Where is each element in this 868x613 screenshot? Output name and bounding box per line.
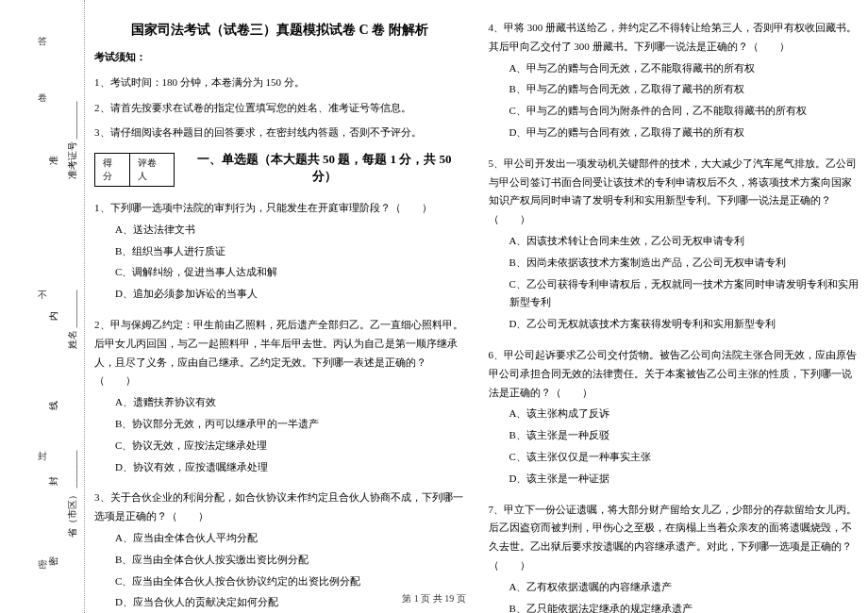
- question-option: D、乙公司无权就该技术方案获得发明专利和实用新型专利: [489, 315, 860, 334]
- binding-labels: 准考证号 ________ 姓名 ________ 省（市区） ________…: [28, 0, 80, 613]
- question-option: B、因尚未依据该技术方案制造出产品，乙公司无权申请专利: [489, 254, 860, 273]
- notice-item: 2、请首先按要求在试卷的指定位置填写您的姓名、准考证号等信息。: [94, 99, 465, 117]
- notice-heading: 考试须知：: [94, 50, 465, 64]
- question-option: C、协议无效，应按法定继承处理: [94, 437, 465, 456]
- question-option: A、送达法律文书: [94, 221, 465, 240]
- question: 4、甲将 300 册藏书送给乙，并约定乙不得转让给第三人，否则甲有权收回藏书。其…: [489, 19, 860, 145]
- question-stem: 4、甲将 300 册藏书送给乙，并约定乙不得转让给第三人，否则甲有权收回藏书。其…: [489, 19, 860, 57]
- section-header-row: 得分 评卷人 一、单选题（本大题共 50 题，每题 1 分，共 50 分）: [94, 145, 465, 194]
- question-option: C、乙公司获得专利申请权后，无权就同一技术方案同时申请发明专利和实用新型专利: [489, 275, 860, 313]
- side-word: 密: [47, 556, 60, 566]
- question: 6、甲公司起诉要求乙公司交付货物。被告乙公司向法院主张合同无效，应由原告甲公司承…: [489, 346, 860, 491]
- reviewer-label: 评卷人: [130, 154, 174, 186]
- side-word: 封: [47, 476, 60, 486]
- question-stem: 2、甲与保姆乙约定：甲生前由乙照料，死后遗产全部归乙。乙一直细心照料甲。后甲女儿…: [94, 316, 465, 390]
- question-option: B、组织当事人进行质证: [94, 242, 465, 261]
- side-word: 准: [47, 156, 60, 165]
- left-column: 国家司法考试（试卷三）真题模拟试卷 C 卷 附解析 考试须知： 1、考试时间：1…: [94, 14, 465, 585]
- question-stem: 3、关于合伙企业的利润分配，如合伙协议未作约定且合伙人协商不成，下列哪一选项是正…: [94, 489, 465, 526]
- question-stem: 6、甲公司起诉要求乙公司交付货物。被告乙公司向法院主张合同无效，应由原告甲公司承…: [489, 346, 860, 402]
- question-option: A、因该技术转让合同未生效，乙公司无权申请专利: [489, 232, 860, 251]
- question-option: B、协议部分无效，丙可以继承甲的一半遗产: [94, 415, 465, 434]
- field-exam-id: 准考证号 ________: [66, 102, 79, 180]
- question: 2、甲与保姆乙约定：甲生前由乙照料，死后遗产全部归乙。乙一直细心照料甲。后甲女儿…: [94, 316, 465, 479]
- notice-item: 3、请仔细阅读各种题目的回答要求，在密封线内答题，否则不予评分。: [94, 124, 465, 141]
- question-option: A、应当由全体合伙人平均分配: [94, 529, 465, 548]
- question-option: A、遗赠扶养协议有效: [94, 393, 465, 412]
- question-stem: 7、甲立下一份公证遗嘱，将大部分财产留给女儿乙，少部分的存款留给女儿丙。后乙因盗…: [489, 501, 860, 575]
- right-column: 4、甲将 300 册藏书送给乙，并约定乙不得转让给第三人，否则甲有权收回藏书。其…: [489, 14, 860, 585]
- side-word: 线: [47, 401, 60, 410]
- score-box: 得分 评卷人: [94, 153, 175, 187]
- question-option: A、甲与乙的赠与合同无效，乙不能取得藏书的所有权: [489, 59, 860, 78]
- question-option: C、调解纠纷，促进当事人达成和解: [94, 263, 465, 282]
- page-footer: 第 1 页 共 19 页: [0, 592, 868, 605]
- question-option: A、该主张构成了反诉: [489, 405, 860, 423]
- question-stem: 5、甲公司开发出一项发动机关键部件的技术，大大减少了汽车尾气排放。乙公司与甲公司…: [489, 155, 860, 229]
- section-title: 一、单选题（本大题共 50 题，每题 1 分，共 50 分）: [184, 151, 465, 185]
- question-option: D、追加必须参加诉讼的当事人: [94, 285, 465, 304]
- question-option: B、甲与乙的赠与合同无效，乙取得了藏书的所有权: [489, 80, 860, 99]
- question-option: C、甲与乙的赠与合同为附条件的合同，乙不能取得藏书的所有权: [489, 102, 860, 121]
- field-name: 姓名 ________: [66, 290, 79, 350]
- question-option: B、应当由全体合伙人按实缴出资比例分配: [94, 551, 465, 570]
- question-stem: 1、下列哪一选项中法院的审判行为，只能发生在开庭审理阶段？（ ）: [94, 199, 465, 218]
- question-option: B、该主张是一种反驳: [489, 426, 860, 445]
- field-province: 省（市区） ________: [66, 451, 79, 538]
- score-label: 得分: [95, 154, 130, 186]
- question-option: C、该主张仅仅是一种事实主张: [489, 448, 860, 467]
- page-content: 国家司法考试（试卷三）真题模拟试卷 C 卷 附解析 考试须知： 1、考试时间：1…: [94, 14, 859, 585]
- side-word: 内: [47, 311, 60, 321]
- question-option: D、该主张是一种证据: [489, 470, 860, 489]
- question-option: D、协议有效，应按遗嘱继承处理: [94, 458, 465, 477]
- question-option: D、甲与乙的赠与合同有效，乙取得了藏书的所有权: [489, 124, 860, 142]
- notice-item: 1、考试时间：180 分钟，本卷满分为 150 分。: [94, 74, 465, 91]
- exam-title: 国家司法考试（试卷三）真题模拟试卷 C 卷 附解析: [94, 22, 465, 39]
- question-option: C、应当由全体合伙人按合伙协议约定的出资比例分配: [94, 572, 465, 591]
- question: 1、下列哪一选项中法院的审判行为，只能发生在开庭审理阶段？（ ） A、送达法律文…: [94, 199, 465, 306]
- question: 5、甲公司开发出一项发动机关键部件的技术，大大减少了汽车尾气排放。乙公司与甲公司…: [489, 155, 860, 337]
